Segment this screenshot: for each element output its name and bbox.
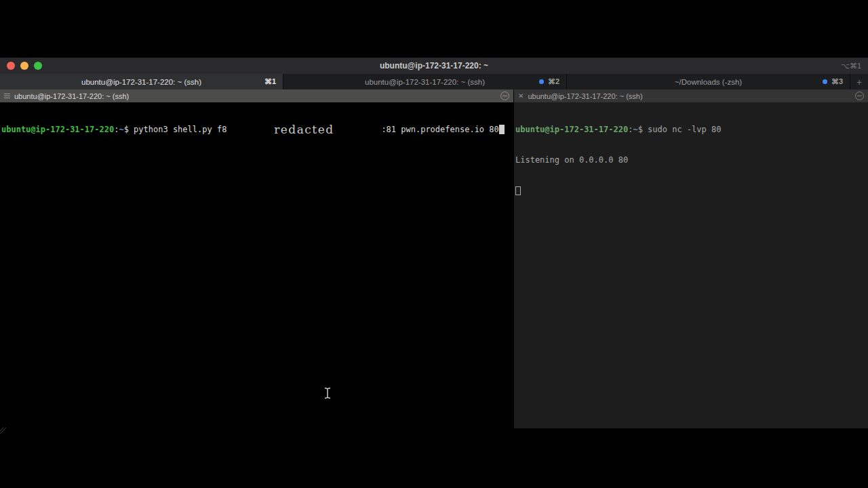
right-terminal[interactable]: ubuntu@ip-172-31-17-220:~$ sudo nc -lvp …	[514, 102, 868, 428]
command-text-after: :81 pwn.prodefense.io 80	[381, 125, 498, 134]
tab-shortcut: ⌘2	[548, 77, 559, 86]
tab-activity-indicator-icon	[823, 79, 827, 84]
cursor-line	[515, 186, 867, 196]
prompt-path: ~	[633, 125, 637, 134]
left-pane-header[interactable]: ubuntu@ip-172-31-17-220: ~ (ssh)	[0, 89, 513, 102]
new-tab-button[interactable]: +	[850, 74, 868, 89]
tab-bar: ubuntu@ip-172-31-17-220: ~ (ssh) ⌘1 ubun…	[0, 74, 868, 89]
tab-ssh-1[interactable]: ubuntu@ip-172-31-17-220: ~ (ssh) ⌘1	[0, 74, 283, 89]
window-title: ubuntu@ip-172-31-17-220: ~	[0, 61, 868, 70]
terminal-cursor-inactive	[515, 186, 521, 195]
shell-command-line: ubuntu@ip-172-31-17-220:~$ python3 shell…	[1, 125, 512, 135]
left-pane-title: ubuntu@ip-172-31-17-220: ~ (ssh)	[14, 92, 129, 100]
maximize-pane-icon[interactable]	[500, 92, 509, 100]
command-text: sudo nc -lvp 80	[643, 125, 722, 134]
prompt-user-host: ubuntu@ip-172-31-17-220	[515, 125, 628, 134]
left-pane: ubuntu@ip-172-31-17-220: ~ (ssh) ubuntu@…	[0, 89, 513, 428]
prompt-user-host: ubuntu@ip-172-31-17-220	[1, 125, 114, 134]
traffic-lights	[7, 62, 42, 70]
tab-shortcut: ⌘3	[831, 77, 843, 86]
right-pane-title: ubuntu@ip-172-31-17-220: ~ (ssh)	[528, 92, 642, 100]
split-panes: ubuntu@ip-172-31-17-220: ~ (ssh) ubuntu@…	[0, 89, 868, 428]
maximize-pane-icon[interactable]	[855, 92, 864, 100]
tab-ssh-2[interactable]: ubuntu@ip-172-31-17-220: ~ (ssh) ⌘2	[283, 74, 567, 89]
terminal-window: ubuntu@ip-172-31-17-220: ~ ⌥⌘1 ubuntu@ip…	[0, 58, 868, 428]
right-pane-header[interactable]: ✕ ubuntu@ip-172-31-17-220: ~ (ssh)	[514, 89, 868, 102]
tab-shortcut: ⌘1	[264, 77, 276, 86]
window-titlebar[interactable]: ubuntu@ip-172-31-17-220: ~ ⌥⌘1	[0, 58, 868, 74]
shell-command-line: ubuntu@ip-172-31-17-220:~$ sudo nc -lvp …	[515, 125, 867, 135]
prompt-symbol: $	[124, 125, 129, 134]
output-line: Listening on 0.0.0.0 80	[515, 155, 867, 165]
terminal-cursor	[499, 125, 505, 134]
left-terminal[interactable]: ubuntu@ip-172-31-17-220:~$ python3 shell…	[0, 102, 513, 428]
tab-activity-indicator-icon	[539, 79, 544, 84]
close-window-button[interactable]	[7, 62, 15, 70]
prompt-path: ~	[119, 125, 123, 134]
tab-label: ubuntu@ip-172-31-17-220: ~ (ssh)	[81, 78, 201, 86]
minimize-window-button[interactable]	[20, 62, 28, 70]
desktop-background: ubuntu@ip-172-31-17-220: ~ ⌥⌘1 ubuntu@ip…	[0, 0, 868, 488]
zoom-window-button[interactable]	[34, 62, 42, 70]
prompt-symbol: $	[638, 125, 643, 134]
close-pane-icon[interactable]: ✕	[518, 92, 524, 100]
right-pane: ✕ ubuntu@ip-172-31-17-220: ~ (ssh) ubunt…	[514, 89, 868, 428]
tab-label: ubuntu@ip-172-31-17-220: ~ (ssh)	[365, 78, 485, 86]
command-text: python3 shell.py f8	[129, 125, 227, 134]
tab-downloads-zsh[interactable]: ~/Downloads (-zsh) ⌘3	[567, 74, 850, 89]
ibeam-mouse-cursor	[323, 387, 332, 402]
redaction-overlay: redacted	[226, 125, 381, 135]
tab-label: ~/Downloads (-zsh)	[675, 78, 742, 86]
pane-menu-icon[interactable]	[4, 94, 10, 98]
window-shortcut-hint: ⌥⌘1	[841, 62, 861, 70]
corner-artifact	[0, 425, 8, 437]
